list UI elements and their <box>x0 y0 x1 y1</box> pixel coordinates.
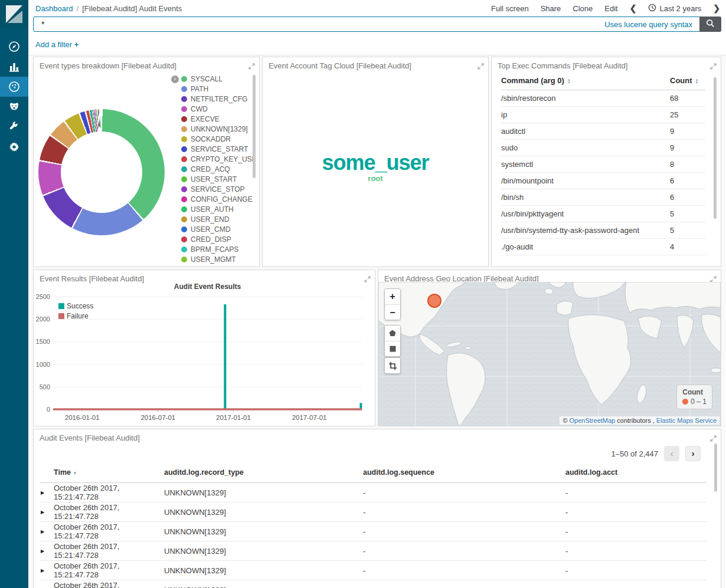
legend-item[interactable]: NETFILTER_CFG <box>181 94 253 104</box>
expand-panel-icon[interactable] <box>478 61 484 68</box>
table-row[interactable]: ▶October 26th 2017, 15:21:47.728UNKNOWN[… <box>40 561 707 580</box>
sidebar-item-timelion[interactable] <box>0 97 28 117</box>
table-row[interactable]: systemctl8 <box>501 156 705 173</box>
table-row[interactable]: auditctl9 <box>501 123 705 140</box>
table-row[interactable]: ip25 <box>501 107 705 123</box>
expand-row-caret-icon[interactable]: ▶ <box>40 510 54 515</box>
lucene-syntax-link[interactable]: Uses lucene query syntax <box>604 20 692 29</box>
legend-item[interactable]: CRED_ACQ <box>181 164 253 174</box>
search-button[interactable] <box>699 17 721 32</box>
legend-dot-icon <box>181 236 187 242</box>
sidebar-item-management[interactable] <box>0 137 28 157</box>
legend-item[interactable]: USER_START <box>181 174 253 184</box>
table-scrollbar[interactable] <box>714 77 717 219</box>
add-filter-button[interactable]: Add a filter + <box>35 40 79 49</box>
zoom-in-button[interactable]: + <box>385 289 400 304</box>
world-map[interactable]: + − Count <box>378 282 721 426</box>
legend-dot-icon <box>181 146 187 152</box>
event-types-donut-chart[interactable] <box>38 109 165 235</box>
legend-item[interactable]: UNKNOWN[1329] <box>181 124 253 134</box>
legend-item[interactable]: USER_END <box>181 214 253 224</box>
table-row[interactable]: /usr/bin/pkttyagent5 <box>501 206 705 222</box>
table-row[interactable]: ▶October 26th 2017, 15:21:47.728UNKNOWN[… <box>40 580 707 588</box>
polygon-tool-button[interactable] <box>385 326 400 341</box>
legend-item[interactable]: CRYPTO_KEY_USER <box>181 154 253 164</box>
next-page-button[interactable]: › <box>685 446 701 461</box>
previous-page-button[interactable]: ‹ <box>664 446 679 461</box>
column-header-acct[interactable]: auditd.log.acct <box>565 468 707 477</box>
command-cell: /bin/mountpoint <box>501 176 670 185</box>
legend-item[interactable]: USER_AUTH <box>181 204 253 214</box>
column-header-command[interactable]: Command (arg 0)▲▼ <box>501 76 670 85</box>
clone-button[interactable]: Clone <box>573 4 593 13</box>
legend-item[interactable]: EXECVE <box>181 114 253 124</box>
table-row[interactable]: /usr/bin/systemd-tty-ask-password-agent5 <box>501 222 705 239</box>
table-row[interactable]: /bin/mountpoint6 <box>501 173 705 189</box>
geo-point-marker[interactable] <box>428 294 441 307</box>
table-row[interactable]: ▶October 26th 2017, 15:21:47.728UNKNOWN[… <box>40 483 707 502</box>
rectangle-tool-button[interactable] <box>385 341 400 356</box>
sidebar-item-visualize[interactable] <box>0 57 28 77</box>
legend-collapse-button[interactable]: › <box>171 75 179 83</box>
breadcrumb-dashboard-link[interactable]: Dashboard <box>35 4 73 13</box>
table-scrollbar[interactable] <box>714 444 717 492</box>
map-draw-control <box>384 325 401 357</box>
expand-panel-icon[interactable] <box>710 61 717 68</box>
timepicker-label: Last 2 years <box>659 4 701 13</box>
zoom-out-button[interactable]: − <box>385 304 400 320</box>
legend-item[interactable]: CWD <box>181 104 253 114</box>
legend-label: SERVICE_STOP <box>191 185 245 193</box>
expand-row-caret-icon[interactable]: ▶ <box>40 548 54 554</box>
kibana-logo[interactable] <box>0 0 28 28</box>
table-row[interactable]: /sbin/restorecon68 <box>501 90 705 107</box>
expand-panel-icon[interactable] <box>710 274 717 281</box>
column-header-count[interactable]: Count▲▼ <box>670 76 705 85</box>
table-row[interactable]: ▶October 26th 2017, 15:21:47.728UNKNOWN[… <box>40 522 707 541</box>
sidebar-item-dashboard[interactable] <box>0 77 28 97</box>
table-row[interactable]: sudo9 <box>501 140 705 156</box>
tag-root[interactable]: root <box>263 174 488 183</box>
expand-row-caret-icon[interactable]: ▶ <box>40 490 54 495</box>
legend-item[interactable]: BPRM_FCAPS <box>181 244 253 254</box>
tag-some-user[interactable]: some_user <box>263 150 488 175</box>
panel-event-types-breakdown: Event types breakdown [Filebeat Auditd] … <box>33 57 260 267</box>
legend-item[interactable]: SYSCALL <box>181 74 253 84</box>
time-back-button[interactable]: ❮ <box>630 4 637 13</box>
event-results-line-chart[interactable]: Audit Event Results050010001500200025002… <box>34 270 375 426</box>
sidebar-item-devtools[interactable] <box>0 117 28 137</box>
legend-item[interactable]: USER_MGMT <box>181 254 253 264</box>
column-header-time[interactable]: Time▼ <box>54 468 164 477</box>
table-row[interactable]: ./go-audit4 <box>501 239 705 255</box>
legend-item[interactable]: USER_CMD <box>181 224 253 234</box>
time-forward-button[interactable]: ❯ <box>713 4 720 13</box>
sidebar-item-discover[interactable] <box>0 37 28 57</box>
edit-button[interactable]: Edit <box>604 4 617 13</box>
legend-item[interactable]: CONFIG_CHANGE <box>181 194 253 204</box>
legend-item[interactable]: SERVICE_START <box>181 144 253 154</box>
query-input[interactable] <box>34 19 604 29</box>
share-button[interactable]: Share <box>541 4 561 13</box>
full-screen-button[interactable]: Full screen <box>491 4 529 13</box>
legend-item[interactable]: PATH <box>181 84 253 94</box>
expand-row-caret-icon[interactable]: ▶ <box>40 568 54 573</box>
table-row[interactable]: ▶October 26th 2017, 15:21:47.728UNKNOWN[… <box>40 541 707 561</box>
command-cell: /usr/bin/systemd-tty-ask-password-agent <box>501 226 670 235</box>
expand-panel-icon[interactable] <box>248 61 255 68</box>
legend-item[interactable]: SERVICE_STOP <box>181 184 253 194</box>
legend-item[interactable]: SOCKADDR <box>181 134 253 144</box>
expand-row-caret-icon[interactable]: ▶ <box>40 529 54 534</box>
crop-tool-button[interactable] <box>385 358 400 373</box>
panel-event-results: Event Results [Filebeat Auditd] Audit Ev… <box>33 270 375 426</box>
expand-panel-icon[interactable] <box>710 433 717 440</box>
column-header-sequence[interactable]: auditd.log.sequence <box>363 468 565 477</box>
column-header-record-type[interactable]: auditd.log.record_type <box>164 468 363 477</box>
legend-scrollbar[interactable] <box>253 75 256 178</box>
y-axis-tick-label: 1000 <box>36 361 50 368</box>
elastic-maps-service-link[interactable]: Elastic Maps Service <box>656 417 717 424</box>
legend-item[interactable]: CRED_DISP <box>181 234 253 244</box>
timepicker-button[interactable]: Last 2 years <box>648 4 701 14</box>
openstreetmap-link[interactable]: OpenStreetMap <box>570 417 616 424</box>
table-row[interactable]: /bin/sh6 <box>501 189 705 206</box>
table-row[interactable]: ▶October 26th 2017, 15:21:47.728UNKNOWN[… <box>40 502 707 522</box>
count-cell: 25 <box>670 110 705 119</box>
